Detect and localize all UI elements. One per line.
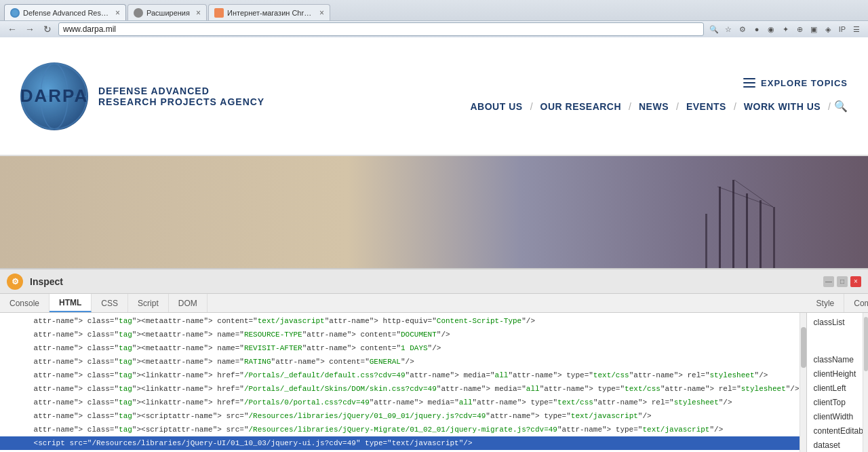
tab-favicon-shop <box>214 8 224 18</box>
nav-about-us[interactable]: ABOUT US <box>467 98 527 115</box>
tab-shop[interactable]: Интернет-магазин Chro... × <box>208 4 330 20</box>
tab-console[interactable]: Console <box>0 294 50 312</box>
tab-dom[interactable]: DOM <box>169 294 208 312</box>
html-line[interactable]: attr-name"> class="tag"><metaattr-name">… <box>0 341 806 355</box>
devtools-content: Console HTML CSS Script DOM attr-name"> … <box>0 294 868 452</box>
property-name: clientHeight <box>814 369 868 380</box>
tab-close-shop[interactable]: × <box>319 8 324 18</box>
tab-close-ext[interactable]: × <box>196 8 201 18</box>
devtools-toolbar: ⚙ Inspect — □ × <box>0 269 868 294</box>
search-icon[interactable]: 🔍 <box>708 23 720 35</box>
props-scrollbar[interactable] <box>863 313 868 452</box>
tab-style[interactable]: Style <box>807 294 845 312</box>
extension2-icon[interactable]: ● <box>751 23 763 35</box>
devtools-close-button[interactable]: × <box>850 276 861 287</box>
devtools-restore-button[interactable]: □ <box>837 276 848 287</box>
property-row: contentEditable"inherit" <box>807 424 868 438</box>
html-line[interactable]: <script src="/Resources/libraries/jQuery… <box>0 436 806 450</box>
html-line[interactable]: attr-name"> class="tag"><linkattr-name">… <box>0 396 806 409</box>
properties-list: classList+{ length=0, ... }className""cl… <box>807 313 868 452</box>
nav-news[interactable]: NEWS <box>635 98 673 115</box>
hamburger-icon <box>743 78 755 88</box>
properties-panel: Style Computed DOM classList+{ length=0,… <box>807 294 868 452</box>
agency-name-line1: DEFENSE ADVANCED <box>98 86 264 96</box>
extension1-icon[interactable]: ⚙ <box>736 23 749 35</box>
extension4-icon[interactable]: ✦ <box>779 23 791 35</box>
tab-bar: Defense Advanced Resea... × Расширения ×… <box>0 0 868 20</box>
tab-darpa[interactable]: Defense Advanced Resea... × <box>4 4 126 20</box>
tab-close-darpa[interactable]: × <box>115 8 120 18</box>
property-name: className <box>814 354 868 366</box>
explore-topics-button[interactable]: EXPLORE TOPICS <box>743 78 848 88</box>
nav-sep-4: / <box>734 101 736 112</box>
nav-icons: 🔍 ☆ ⚙ ● ◉ ✦ ⊕ ▣ ◈ IP ☰ <box>708 23 863 35</box>
refresh-button[interactable]: ↻ <box>41 22 54 36</box>
html-line[interactable]: attr-name"> class="tag"><linkattr-name">… <box>0 382 806 396</box>
main-nav: ABOUT US / OUR RESEARCH / NEWS / EVENTS … <box>467 98 848 115</box>
extension8-icon[interactable]: IP <box>836 23 848 35</box>
devtools: ⚙ Inspect — □ × Console HTML CSS Script … <box>0 268 868 452</box>
svg-line-6 <box>717 187 773 207</box>
extension7-icon[interactable]: ◈ <box>822 23 834 35</box>
nav-sep-2: / <box>629 101 631 112</box>
devtools-minimize-button[interactable]: — <box>823 276 834 287</box>
nav-bar: ← → ↻ www.darpa.mil 🔍 ☆ ⚙ ● ◉ ✦ ⊕ ▣ ◈ IP… <box>0 20 868 37</box>
extension3-icon[interactable]: ◉ <box>765 23 777 35</box>
html-line[interactable]: attr-name"> class="tag"><metaattr-name">… <box>0 328 806 341</box>
devtools-tabs: Console HTML CSS Script DOM <box>0 294 807 313</box>
tab-label-shop: Интернет-магазин Chro... <box>227 9 313 17</box>
html-line[interactable]: attr-name"> class="tag"><scriptattr-name… <box>0 409 806 423</box>
extension6-icon[interactable]: ▣ <box>808 23 820 35</box>
html-line[interactable]: attr-name"> class="tag"><metaattr-name">… <box>0 355 806 369</box>
inspect-label: Inspect <box>30 276 63 287</box>
star-icon[interactable]: ☆ <box>722 23 734 35</box>
menu-icon[interactable]: ☰ <box>850 23 863 35</box>
html-scrollbar-thumb[interactable] <box>801 327 806 368</box>
darpa-logo: DARPA <box>20 62 88 130</box>
html-line[interactable]: attr-name"> class="tag"><scriptattr-name… <box>0 423 806 436</box>
tab-label-darpa: Defense Advanced Resea... <box>23 9 109 17</box>
extension5-icon[interactable]: ⊕ <box>793 23 806 35</box>
tab-label-ext: Расширения <box>146 9 190 17</box>
svg-rect-0 <box>719 187 721 268</box>
props-scrollbar-thumb[interactable] <box>864 317 868 371</box>
nav-events[interactable]: EVENTS <box>682 98 730 115</box>
property-name: classList <box>814 317 868 328</box>
tab-favicon-ext <box>134 8 143 18</box>
site-hero <box>0 156 868 268</box>
search-nav-icon[interactable]: 🔍 <box>834 100 848 113</box>
tab-favicon-darpa <box>10 8 20 18</box>
nav-our-research[interactable]: OUR RESEARCH <box>536 98 626 115</box>
property-row: clientTop0 <box>807 396 868 410</box>
property-name: contentEditable <box>814 426 868 437</box>
property-name: clientLeft <box>814 383 868 394</box>
tab-computed[interactable]: Computed <box>844 294 868 312</box>
property-row: clientHeight0 <box>807 367 868 381</box>
html-scrollbar[interactable] <box>800 313 806 452</box>
agency-name: DEFENSE ADVANCED RESEARCH PROJECTS AGENC… <box>98 86 264 107</box>
browser-chrome: Defense Advanced Resea... × Расширения ×… <box>0 0 868 37</box>
tab-extensions[interactable]: Расширения × <box>127 4 207 20</box>
hero-silhouette <box>665 173 800 268</box>
html-panel-container: Console HTML CSS Script DOM attr-name"> … <box>0 294 807 452</box>
nav-right: EXPLORE TOPICS ABOUT US / OUR RESEARCH /… <box>467 78 848 115</box>
html-line[interactable]: attr-name"> class="tag"><linkattr-name">… <box>0 369 806 382</box>
tab-html[interactable]: HTML <box>50 294 92 312</box>
html-panel: attr-name"> class="tag"><metaattr-name">… <box>0 313 807 452</box>
tab-css[interactable]: CSS <box>92 294 128 312</box>
svg-rect-2 <box>746 193 748 268</box>
forward-button[interactable]: → <box>23 22 37 36</box>
back-button[interactable]: ← <box>5 22 19 36</box>
property-name: clientTop <box>814 397 868 409</box>
address-bar[interactable]: www.darpa.mil <box>58 22 704 36</box>
agency-name-line2: RESEARCH PROJECTS AGENCY <box>98 96 264 107</box>
devtools-logo: ⚙ <box>7 274 23 290</box>
html-line[interactable]: attr-name"> class="tag"><metaattr-name">… <box>0 314 806 328</box>
nav-sep-5: / <box>828 101 831 112</box>
property-name: clientWidth <box>814 411 868 423</box>
tab-script[interactable]: Script <box>128 294 169 312</box>
property-name: dataset <box>814 440 868 451</box>
logo-section: DARPA DEFENSE ADVANCED RESEARCH PROJECTS… <box>20 62 264 130</box>
svg-rect-5 <box>773 207 775 268</box>
nav-work-with-us[interactable]: WORK WITH US <box>740 98 825 115</box>
